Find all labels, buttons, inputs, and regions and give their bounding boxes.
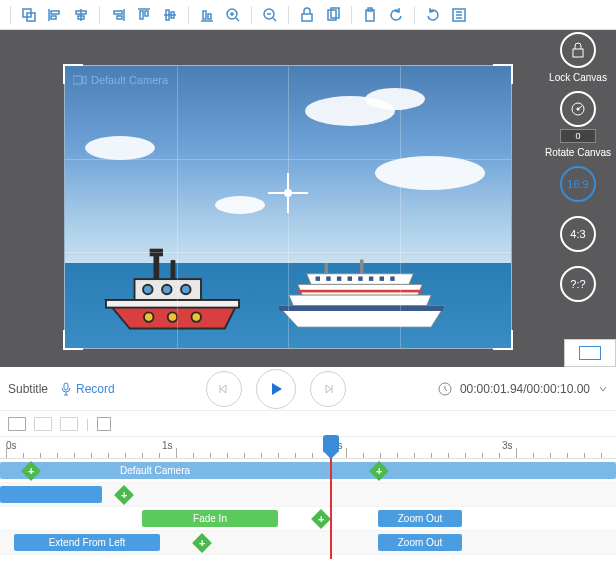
clip[interactable]: Fade In <box>142 510 278 527</box>
camera-label-text: Default Camera <box>91 74 168 86</box>
rotate-canvas-button[interactable] <box>560 91 596 127</box>
align-center-button[interactable] <box>69 3 93 27</box>
svg-point-46 <box>192 312 202 322</box>
align-top-button[interactable] <box>132 3 156 27</box>
lock-canvas-button[interactable] <box>560 32 596 68</box>
camera-frame[interactable]: Default Camera <box>64 65 512 349</box>
prev-icon <box>217 382 231 396</box>
group-button[interactable] <box>17 3 41 27</box>
canvas-area[interactable]: Default Camera <box>0 30 540 367</box>
zoom-in-button[interactable] <box>221 3 245 27</box>
svg-point-45 <box>168 312 178 322</box>
clip[interactable] <box>0 486 102 503</box>
playhead[interactable] <box>330 437 332 559</box>
svg-line-21 <box>236 18 239 21</box>
paste-button[interactable] <box>358 3 382 27</box>
lock-button[interactable] <box>295 3 319 27</box>
align-right-button[interactable] <box>106 3 130 27</box>
playback-controls: Subtitle Record 00:00:01.94/00:00:10.00 <box>0 367 616 411</box>
ratio-preview[interactable] <box>564 339 616 367</box>
timeline: 0s1s2s3s Default CameraFade InZoom OutEx… <box>0 437 616 555</box>
svg-rect-55 <box>369 276 373 280</box>
rotate-canvas-label: Rotate Canvas <box>545 147 611 158</box>
svg-rect-56 <box>380 276 384 280</box>
ruler-label: 3s <box>502 440 513 451</box>
keyframe[interactable] <box>192 533 212 553</box>
workbench: Default Camera Lock Canvas Rotate Canvas… <box>0 30 616 367</box>
redo-button[interactable] <box>421 3 445 27</box>
svg-point-40 <box>143 285 153 295</box>
clip[interactable]: Extend From Left <box>14 534 160 551</box>
svg-rect-57 <box>390 276 394 280</box>
lock-canvas-label: Lock Canvas <box>549 72 607 83</box>
keyframe[interactable] <box>311 509 331 529</box>
track-row[interactable]: Fade InZoom Out <box>0 507 616 531</box>
prev-frame-button[interactable] <box>206 371 242 407</box>
svg-line-25 <box>273 18 276 21</box>
svg-rect-54 <box>358 276 362 280</box>
camera-label: Default Camera <box>73 74 168 86</box>
svg-rect-48 <box>360 260 364 274</box>
ratio-16-9-button[interactable]: 16:9 <box>560 166 596 202</box>
time-display: 00:00:01.94/00:00:10.00 <box>460 382 590 396</box>
timeline-ruler[interactable]: 0s1s2s3s <box>0 437 616 459</box>
ruler-label: 1s <box>162 440 173 451</box>
svg-rect-59 <box>573 49 583 57</box>
tl-tool-3[interactable] <box>60 417 78 431</box>
tl-tool-2[interactable] <box>34 417 52 431</box>
clip[interactable]: Zoom Out <box>378 534 462 551</box>
svg-rect-49 <box>298 290 422 293</box>
svg-rect-50 <box>316 276 320 280</box>
track-row[interactable]: Default Camera <box>0 459 616 483</box>
track-row[interactable] <box>0 483 616 507</box>
tl-tool-4[interactable] <box>97 417 111 431</box>
ratio-4-3-button[interactable]: 4:3 <box>560 216 596 252</box>
playhead-handle[interactable] <box>323 435 339 453</box>
rotate-icon <box>569 100 587 118</box>
svg-rect-37 <box>150 249 163 257</box>
svg-rect-9 <box>114 11 122 14</box>
settings-button[interactable] <box>447 3 471 27</box>
align-left-button[interactable] <box>43 3 67 27</box>
svg-point-41 <box>162 285 172 295</box>
record-button[interactable]: Record <box>60 382 115 396</box>
play-button[interactable] <box>256 369 296 409</box>
clip[interactable]: Default Camera <box>0 462 616 479</box>
tl-tool-1[interactable] <box>8 417 26 431</box>
svg-rect-51 <box>326 276 330 280</box>
svg-rect-52 <box>337 276 341 280</box>
svg-rect-3 <box>51 11 59 14</box>
keyframe[interactable] <box>114 485 134 505</box>
subtitle-button[interactable]: Subtitle <box>8 382 48 396</box>
track-row[interactable]: Extend From LeftZoom Out <box>0 531 616 555</box>
rotate-value-input[interactable] <box>560 129 596 143</box>
svg-rect-27 <box>302 14 312 21</box>
lock-icon <box>570 42 586 58</box>
clock-icon <box>438 382 452 396</box>
top-toolbar <box>0 0 616 30</box>
align-bottom-button[interactable] <box>195 3 219 27</box>
right-panel: Lock Canvas Rotate Canvas 16:9 4:3 ?:? <box>540 30 616 367</box>
record-label: Record <box>76 382 115 396</box>
svg-rect-36 <box>154 253 160 282</box>
svg-rect-53 <box>348 276 352 280</box>
svg-rect-63 <box>64 383 68 390</box>
svg-rect-10 <box>117 16 122 19</box>
align-middle-button[interactable] <box>158 3 182 27</box>
svg-rect-18 <box>203 11 206 19</box>
next-frame-button[interactable] <box>310 371 346 407</box>
svg-rect-43 <box>106 300 239 308</box>
chevron-down-icon[interactable] <box>598 384 608 394</box>
next-icon <box>321 382 335 396</box>
boat-cruise[interactable] <box>265 256 455 336</box>
clip[interactable]: Zoom Out <box>378 510 462 527</box>
undo-button[interactable] <box>384 3 408 27</box>
svg-rect-38 <box>171 260 176 281</box>
svg-rect-4 <box>51 16 56 19</box>
svg-rect-13 <box>145 11 148 16</box>
svg-line-62 <box>578 106 582 109</box>
boat-red[interactable] <box>95 243 250 338</box>
copy-button[interactable] <box>321 3 345 27</box>
zoom-out-button[interactable] <box>258 3 282 27</box>
ratio-custom-button[interactable]: ?:? <box>560 266 596 302</box>
